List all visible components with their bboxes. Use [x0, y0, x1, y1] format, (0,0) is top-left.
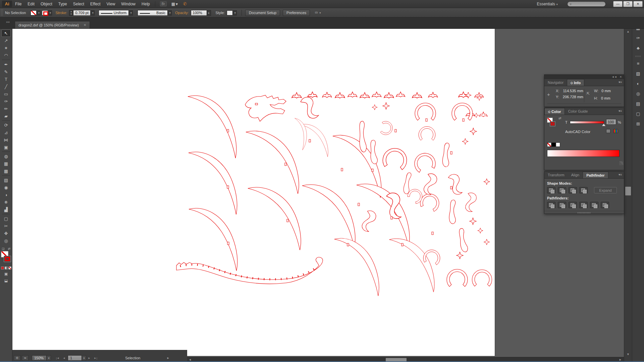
pencil-pen-tool[interactable]: ✎: [1, 68, 11, 75]
control-more-dropdown[interactable]: ▼: [318, 10, 322, 15]
pathfinder-trim-button[interactable]: [558, 202, 566, 208]
screen-mode-icon[interactable]: ⬓: [4, 279, 8, 283]
menu-window[interactable]: Window: [118, 0, 139, 8]
eraser-tool[interactable]: ▰: [1, 112, 11, 120]
tab-navigator[interactable]: Navigator: [544, 79, 567, 86]
panel-collapse-chevrons[interactable]: »»: [6, 20, 10, 24]
transparency-panel-icon[interactable]: ◐: [634, 79, 643, 87]
workspace-switcher[interactable]: Essentials ▾: [537, 2, 558, 6]
tab-transform[interactable]: Transform: [544, 172, 568, 178]
last-artboard-button[interactable]: ►|: [92, 357, 99, 360]
fill-color-swatch[interactable]: [31, 10, 37, 15]
selection-tool[interactable]: ↖: [1, 29, 11, 37]
scroll-left-icon[interactable]: ◄: [189, 358, 192, 361]
close-button[interactable]: ✕: [633, 1, 643, 7]
collapse-panel-icon[interactable]: ◄◄: [611, 75, 617, 78]
paintbrush-tool[interactable]: ✑: [1, 98, 11, 105]
tab-pathfinder[interactable]: Pathfinder: [583, 172, 608, 178]
gradient-button[interactable]: [5, 266, 8, 269]
lasso-tool[interactable]: ◠: [1, 52, 11, 59]
opacity-slider-arrow[interactable]: ►: [207, 10, 211, 16]
isolate-selected-icon[interactable]: ⮹: [315, 10, 318, 15]
pathfinder-crop-button[interactable]: [579, 202, 588, 208]
out-of-gamut-swatch[interactable]: [606, 129, 610, 133]
artboard[interactable]: [12, 29, 495, 356]
gradient-panel-icon[interactable]: ▧: [634, 69, 643, 77]
scroll-up-icon[interactable]: ▲: [627, 30, 630, 33]
tint-value-field[interactable]: 100: [606, 119, 616, 125]
artboard-number-field[interactable]: 1: [68, 355, 82, 361]
scroll-right-icon[interactable]: ►: [619, 358, 622, 361]
stroke-swatch-red[interactable]: [4, 256, 11, 262]
shape-mode-exclude-button[interactable]: [579, 187, 588, 193]
shape-mode-minus-front-button[interactable]: [558, 187, 566, 193]
tint-slider[interactable]: [570, 121, 604, 124]
expand-button[interactable]: Expand: [594, 187, 617, 193]
next-artboard-button[interactable]: ►: [86, 357, 92, 360]
appearance-panel-icon[interactable]: ◎: [634, 89, 643, 98]
pathfinder-outline-button[interactable]: [590, 202, 598, 208]
stroke-weight-field[interactable]: 0.709 pt: [73, 10, 91, 16]
stroke-color-swatch[interactable]: [42, 10, 48, 15]
free-transform-tool[interactable]: ▣: [1, 143, 11, 151]
line-segment-tool[interactable]: ╱: [1, 83, 11, 90]
panel-menu-icon[interactable]: ▾≡: [619, 109, 622, 113]
shape-mode-intersect-button[interactable]: [569, 187, 577, 193]
type-tool[interactable]: T: [1, 75, 11, 83]
brushes-panel-icon[interactable]: ✑: [634, 34, 643, 42]
swap-fill-stroke-icon[interactable]: ◲⇄: [1, 247, 11, 250]
menu-view[interactable]: View: [104, 0, 118, 8]
mesh-tool[interactable]: ▩: [1, 167, 11, 175]
panel-menu-icon[interactable]: ▾≡: [619, 173, 622, 176]
preferences-button[interactable]: Preferences: [283, 10, 310, 16]
variable-width-dropdown[interactable]: ▼: [129, 10, 133, 15]
opacity-field[interactable]: 100%: [191, 10, 207, 16]
pathfinder-divide-button[interactable]: [547, 202, 555, 208]
blob-brush-tool[interactable]: ✏: [1, 105, 11, 112]
menu-edit[interactable]: Edit: [24, 0, 38, 8]
none-button[interactable]: [8, 266, 11, 269]
magic-wand-tool[interactable]: ✶: [1, 44, 11, 52]
zoom-level-field[interactable]: 150%: [32, 355, 47, 361]
pathfinder-minus-back-button[interactable]: [601, 202, 609, 208]
scroll-down-icon[interactable]: ▼: [627, 353, 630, 356]
direct-selection-tool[interactable]: ↗: [1, 37, 11, 44]
tint-slider-thumb[interactable]: [602, 124, 605, 126]
artboard-dropdown-arrow[interactable]: ▼: [82, 355, 86, 361]
arrange-documents-icon[interactable]: ▦▾: [171, 2, 178, 6]
first-artboard-button[interactable]: |◄: [54, 357, 61, 360]
color-spectrum-ramp[interactable]: [547, 150, 620, 157]
stroke-panel-icon[interactable]: ≡: [634, 59, 643, 67]
previous-artboard-button[interactable]: ◄: [61, 357, 67, 360]
layers-panel-icon[interactable]: ▤: [634, 100, 643, 108]
control-bar-grip[interactable]: [1, 9, 3, 16]
document-setup-button[interactable]: Document Setup: [245, 10, 280, 16]
scale-tool[interactable]: ⊿: [1, 129, 11, 136]
rgb-swatch-icon[interactable]: [613, 129, 618, 133]
canvas-area[interactable]: ⚙ ➥ 150% ▼ |◄ ◄ 1 ▼ ► ►| Selection ► ◄ ►…: [12, 29, 632, 362]
pen-tool[interactable]: ✒: [1, 61, 11, 68]
white-swatch[interactable]: [556, 142, 560, 147]
export-icon[interactable]: ➥: [22, 355, 29, 361]
brush-definition-select[interactable]: Basic: [138, 10, 168, 16]
status-expand-arrow[interactable]: ►: [167, 356, 170, 360]
stroke-dropdown-arrow[interactable]: ▼: [48, 10, 52, 15]
search-input[interactable]: ⌕: [567, 1, 606, 7]
links-panel-icon[interactable]: ⊞: [634, 120, 643, 128]
black-swatch[interactable]: [551, 142, 556, 147]
artboards-panel-icon[interactable]: ▢: [634, 110, 643, 118]
menu-effect[interactable]: Effect: [87, 0, 103, 8]
menu-type[interactable]: Type: [55, 0, 70, 8]
none-swatch[interactable]: [547, 142, 551, 147]
sync-settings-icon[interactable]: ⚙: [14, 355, 20, 361]
style-dropdown[interactable]: ▼: [233, 10, 237, 15]
illustrator-logo[interactable]: Ai: [2, 1, 12, 7]
panel-resize-grip[interactable]: [619, 161, 623, 165]
fill-stroke-indicator[interactable]: [547, 118, 557, 128]
menu-file[interactable]: File: [12, 0, 24, 8]
close-panel-icon[interactable]: ✕: [620, 75, 622, 78]
shape-mode-unite-button[interactable]: [547, 187, 555, 193]
menu-help[interactable]: Help: [139, 0, 153, 8]
artboard-tool[interactable]: ▢: [1, 215, 11, 222]
column-graph-tool[interactable]: ▟: [1, 206, 11, 213]
